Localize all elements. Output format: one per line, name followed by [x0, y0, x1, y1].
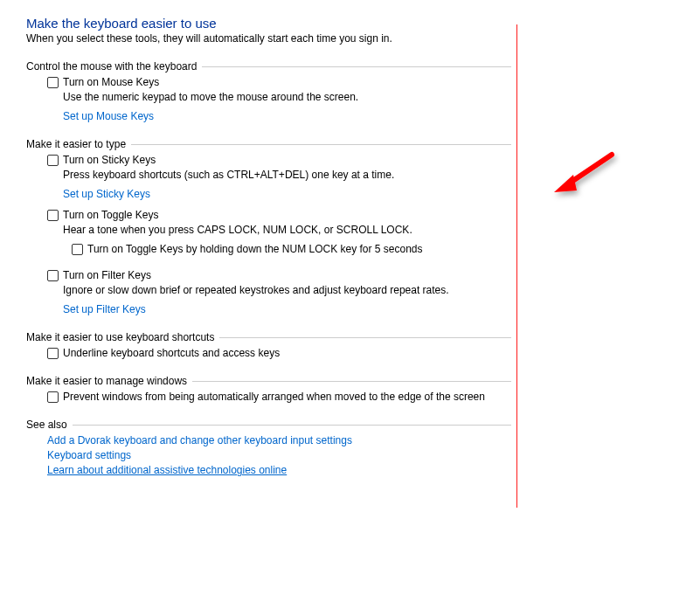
section-mouse-control: Control the mouse with the keyboard Turn… [26, 60, 674, 122]
sticky-keys-label: Turn on Sticky Keys [63, 154, 156, 166]
keyboard-settings-link[interactable]: Keyboard settings [47, 449, 131, 461]
section-easier-type: Make it easier to type Turn on Sticky Ke… [26, 138, 674, 315]
prevent-arrange-label: Prevent windows from being automatically… [63, 391, 485, 403]
section-header-mouse: Control the mouse with the keyboard [26, 60, 511, 73]
underline-shortcuts-checkbox-row[interactable]: Underline keyboard shortcuts and access … [47, 347, 674, 359]
section-header-label: Make it easier to manage windows [26, 375, 192, 387]
divider [73, 425, 511, 426]
divider [131, 144, 511, 145]
section-manage-windows: Make it easier to manage windows Prevent… [26, 375, 674, 403]
annotation-vertical-line [516, 24, 517, 508]
section-keyboard-shortcuts: Make it easier to use keyboard shortcuts… [26, 331, 674, 359]
mouse-keys-checkbox-row[interactable]: Turn on Mouse Keys [47, 76, 674, 88]
assistive-tech-link[interactable]: Learn about additional assistive technol… [47, 464, 287, 476]
mouse-keys-label: Turn on Mouse Keys [63, 76, 159, 88]
checkbox-icon[interactable] [47, 210, 59, 221]
toggle-keys-hold-checkbox-row[interactable]: Turn on Toggle Keys by holding down the … [72, 243, 674, 255]
checkbox-icon[interactable] [47, 155, 59, 166]
setup-filter-keys-link[interactable]: Set up Filter Keys [63, 303, 146, 315]
page-title: Make the keyboard easier to use [26, 16, 674, 31]
toggle-keys-hold-label: Turn on Toggle Keys by holding down the … [87, 243, 423, 255]
checkbox-icon[interactable] [72, 244, 83, 255]
section-header-label: Make it easier to type [26, 138, 131, 150]
section-see-also: See also Add a Dvorak keyboard and chang… [26, 419, 674, 476]
checkbox-icon[interactable] [47, 270, 59, 281]
toggle-keys-label: Turn on Toggle Keys [63, 209, 158, 221]
setup-sticky-keys-link[interactable]: Set up Sticky Keys [63, 188, 150, 200]
section-header-label: Make it easier to use keyboard shortcuts [26, 331, 219, 343]
section-header-shortcuts: Make it easier to use keyboard shortcuts [26, 331, 511, 343]
filter-keys-description: Ignore or slow down brief or repeated ke… [63, 284, 674, 296]
divider [219, 337, 511, 338]
checkbox-icon[interactable] [47, 77, 59, 88]
toggle-keys-description: Hear a tone when you press CAPS LOCK, NU… [63, 224, 674, 236]
section-header-type: Make it easier to type [26, 138, 511, 150]
divider [192, 381, 511, 382]
divider [202, 66, 511, 67]
checkbox-icon[interactable] [47, 348, 59, 359]
setup-mouse-keys-link[interactable]: Set up Mouse Keys [63, 110, 154, 122]
toggle-keys-checkbox-row[interactable]: Turn on Toggle Keys [47, 209, 674, 221]
dvorak-settings-link[interactable]: Add a Dvorak keyboard and change other k… [47, 434, 352, 446]
filter-keys-label: Turn on Filter Keys [63, 269, 151, 281]
section-header-label: Control the mouse with the keyboard [26, 60, 202, 73]
page-subtitle: When you select these tools, they will a… [26, 32, 674, 45]
prevent-arrange-checkbox-row[interactable]: Prevent windows from being automatically… [47, 391, 674, 403]
sticky-keys-description: Press keyboard shortcuts (such as CTRL+A… [63, 169, 674, 181]
see-also-label: See also [26, 419, 73, 431]
underline-shortcuts-label: Underline keyboard shortcuts and access … [63, 347, 280, 359]
see-also-header: See also [26, 419, 511, 431]
sticky-keys-checkbox-row[interactable]: Turn on Sticky Keys [47, 154, 674, 166]
checkbox-icon[interactable] [47, 391, 59, 403]
mouse-keys-description: Use the numeric keypad to move the mouse… [63, 91, 674, 103]
section-header-windows: Make it easier to manage windows [26, 375, 511, 387]
filter-keys-checkbox-row[interactable]: Turn on Filter Keys [47, 269, 674, 281]
